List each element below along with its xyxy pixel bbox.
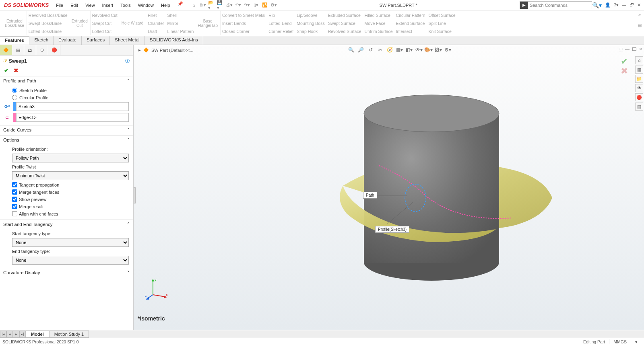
- intersect-button[interactable]: Intersect: [396, 29, 425, 34]
- path-field[interactable]: [16, 113, 129, 122]
- section-start-end-tangency[interactable]: Start and End Tangency˄: [0, 220, 133, 230]
- move-face-button[interactable]: Move Face: [365, 21, 393, 26]
- search-input[interactable]: [528, 3, 592, 8]
- extruded-boss-button[interactable]: Extruded Boss/Base: [5, 19, 24, 28]
- profile-orientation-select[interactable]: Follow Path: [12, 154, 129, 162]
- draft-button[interactable]: Draft: [148, 29, 164, 34]
- open-icon[interactable]: 📂▾: [208, 2, 215, 9]
- radio-circular-profile[interactable]: [12, 95, 17, 100]
- new-icon[interactable]: 🗎▾: [199, 2, 206, 9]
- split-line-button[interactable]: Split Line: [429, 21, 456, 26]
- menu-window[interactable]: Window: [135, 1, 157, 9]
- print-icon[interactable]: 🖨▾: [226, 2, 233, 9]
- linear-pattern-button[interactable]: Linear Pattern: [167, 29, 194, 34]
- lofted-bend-button[interactable]: Lofted-Bend: [268, 21, 293, 26]
- fm-tab-feature-icon[interactable]: 🔶: [0, 45, 12, 55]
- revolved-cut-button[interactable]: Revolved Cut: [92, 13, 118, 18]
- search-icon[interactable]: 🔍▾: [592, 2, 602, 8]
- hole-wizard-button[interactable]: Hole Wizard: [122, 21, 143, 25]
- menu-help[interactable]: Help: [158, 1, 173, 9]
- hide-show-icon[interactable]: 👁▾: [415, 46, 423, 54]
- tab-addins[interactable]: SOLIDWORKS Add-Ins: [145, 36, 203, 45]
- section-view-icon[interactable]: ✂: [376, 46, 385, 54]
- minimize-icon[interactable]: —: [622, 2, 626, 8]
- menu-edit[interactable]: Edit: [67, 1, 81, 9]
- rip-button[interactable]: Rip: [268, 13, 293, 18]
- taskpane-appearance-icon[interactable]: 🔴: [635, 93, 643, 101]
- extruded-surface-button[interactable]: Extruded Surface: [328, 13, 361, 18]
- confirm-corner-cancel-icon[interactable]: ✖: [621, 66, 628, 76]
- chk-align-end[interactable]: [12, 211, 17, 216]
- snap-hook-button[interactable]: Snap Hook: [297, 29, 324, 34]
- redo-icon[interactable]: ↷▾: [244, 2, 251, 9]
- taskpane-resources-icon[interactable]: ▦: [635, 66, 643, 74]
- menu-view[interactable]: View: [82, 1, 98, 9]
- ribbon-taskpane-icon[interactable]: ▤: [638, 23, 642, 28]
- edit-appearance-icon[interactable]: 🎨▾: [424, 46, 433, 54]
- zoom-area-icon[interactable]: 🔎: [357, 46, 365, 54]
- tab-motion-study[interactable]: Motion Study 1: [49, 331, 89, 338]
- start-tangency-select[interactable]: None: [12, 238, 129, 247]
- fm-tab-dim-icon[interactable]: ⊕: [36, 45, 48, 55]
- vp-close-icon[interactable]: ✕: [639, 47, 642, 52]
- pin-icon[interactable]: 📌: [178, 1, 183, 9]
- shell-button[interactable]: Shell: [167, 13, 194, 18]
- section-profile-path[interactable]: Profile and Path˄: [0, 76, 133, 86]
- tab-nav-prev-icon[interactable]: ◂: [6, 331, 13, 338]
- knit-surface-button[interactable]: Knit Surface: [429, 29, 456, 34]
- search-commands[interactable]: ▶: [520, 1, 592, 9]
- tab-sketch[interactable]: Sketch: [29, 36, 54, 45]
- swept-boss-button[interactable]: Swept Boss/Base: [29, 21, 68, 26]
- breadcrumb[interactable]: ▸ 🔶 SW Part (Default<<...: [138, 47, 194, 53]
- save-icon[interactable]: 💾▾: [217, 2, 224, 9]
- chk-tangent-prop[interactable]: [12, 182, 17, 187]
- taskpane-home-icon[interactable]: ⌂: [635, 56, 643, 64]
- zoom-fit-icon[interactable]: 🔍: [347, 46, 356, 54]
- tab-nav-first-icon[interactable]: |◂: [0, 331, 6, 338]
- lofted-cut-button[interactable]: Lofted Cut: [92, 29, 118, 34]
- lofted-boss-button[interactable]: Lofted Boss/Base: [29, 29, 68, 34]
- swept-cut-button[interactable]: Swept Cut: [92, 21, 118, 26]
- view-settings-icon[interactable]: ⚙▾: [444, 46, 452, 54]
- help-icon[interactable]: ?▾: [614, 2, 619, 8]
- chk-merge-result[interactable]: [12, 204, 17, 209]
- lip-groove-button[interactable]: Lip/Groove: [297, 13, 324, 18]
- tab-evaluate[interactable]: Evaluate: [54, 36, 82, 45]
- fm-tab-property-icon[interactable]: ▤: [12, 45, 24, 55]
- chamfer-button[interactable]: Chamfer: [148, 21, 164, 26]
- dynamic-icon[interactable]: 🧭: [386, 46, 394, 54]
- tab-model[interactable]: Model: [26, 331, 49, 338]
- profile-callout[interactable]: Profile(Sketch3): [375, 226, 409, 233]
- view-orientation-icon[interactable]: ▦▾: [395, 46, 404, 54]
- ok-button[interactable]: ✔: [4, 67, 9, 74]
- chk-show-preview[interactable]: [12, 197, 17, 202]
- menu-tools[interactable]: Tools: [117, 1, 134, 9]
- rebuild-icon[interactable]: 🔁: [261, 2, 268, 9]
- offset-surface-button[interactable]: Offset Surface: [429, 13, 456, 18]
- revolved-surface-button[interactable]: Revolved Surface: [328, 29, 361, 34]
- fm-tab-config-icon[interactable]: 🗂: [24, 45, 36, 55]
- profile-field[interactable]: [16, 102, 129, 111]
- tab-nav-last-icon[interactable]: ▸|: [19, 331, 26, 338]
- chk-merge-tan[interactable]: [12, 189, 17, 195]
- menu-insert[interactable]: Insert: [99, 1, 117, 9]
- swept-surface-button[interactable]: Swept Surface: [328, 21, 361, 26]
- panel-resize-handle[interactable]: [134, 187, 136, 203]
- feature-help-icon[interactable]: ⓘ: [125, 58, 130, 64]
- mounting-boss-button[interactable]: Mounting Boss: [297, 21, 324, 26]
- undo-icon[interactable]: ↶▾: [235, 2, 242, 9]
- restore-icon[interactable]: 🗗: [630, 2, 634, 8]
- radio-sketch-profile[interactable]: [12, 88, 17, 93]
- profile-twist-select[interactable]: Minimum Twist: [12, 171, 129, 180]
- circular-pattern-button[interactable]: Circular Pattern: [396, 13, 425, 18]
- base-flange-button[interactable]: Base Flange/Tab: [198, 19, 217, 28]
- tab-nav-next-icon[interactable]: ▸: [13, 331, 19, 338]
- corner-relief-button[interactable]: Corner Relief: [268, 29, 293, 34]
- home-icon[interactable]: ⌂: [190, 2, 198, 9]
- section-options[interactable]: Options˄: [0, 136, 133, 145]
- orientation-triad[interactable]: y x z: [145, 277, 169, 301]
- tab-features[interactable]: Features: [0, 36, 29, 45]
- confirm-corner-ok-icon[interactable]: ✔: [621, 56, 628, 67]
- prev-view-icon[interactable]: ↺: [366, 46, 375, 54]
- fillet-button[interactable]: Fillet: [148, 13, 164, 18]
